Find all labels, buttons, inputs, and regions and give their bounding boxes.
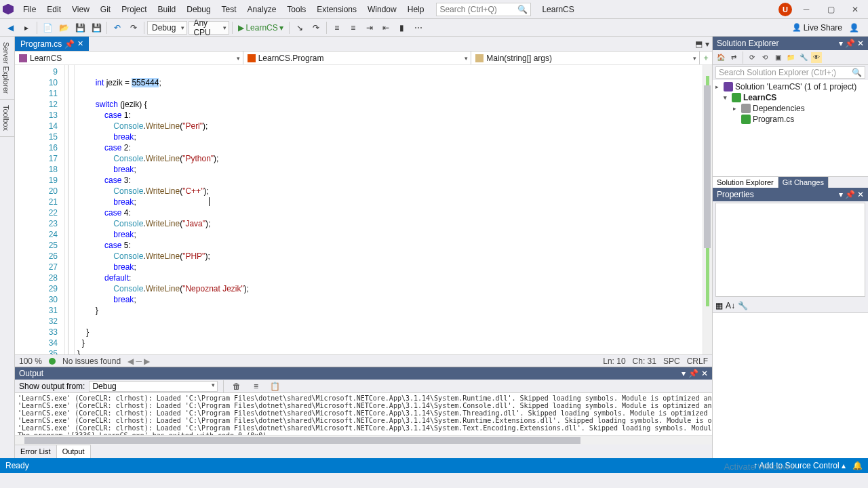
properties-header[interactable]: Properties ▾ 📌 ✕ bbox=[713, 188, 868, 201]
menu-analyze[interactable]: Analyze bbox=[242, 2, 282, 17]
menu-view[interactable]: View bbox=[66, 2, 95, 17]
solution-explorer-header[interactable]: Solution Explorer ▾ 📌 ✕ bbox=[713, 37, 868, 50]
step-over-button[interactable]: ↷ bbox=[309, 20, 323, 35]
nav-back-button[interactable]: ◀ bbox=[3, 20, 18, 35]
minimize-button[interactable]: ─ bbox=[796, 2, 816, 17]
menu-edit[interactable]: Edit bbox=[41, 2, 66, 17]
menu-test[interactable]: Test bbox=[216, 2, 242, 17]
issues-text[interactable]: No issues found bbox=[62, 357, 121, 366]
project-node[interactable]: ▾LearnCS bbox=[713, 92, 868, 103]
doc-dropdown-icon[interactable]: ▾ bbox=[705, 39, 709, 49]
menu-extensions[interactable]: Extensions bbox=[311, 2, 362, 17]
categorized-button[interactable]: ▦ bbox=[715, 301, 723, 310]
properties-grid[interactable] bbox=[713, 313, 868, 458]
redo-button[interactable]: ↷ bbox=[126, 20, 141, 35]
undo-button[interactable]: ↶ bbox=[110, 20, 125, 35]
se-pin-icon[interactable]: 📌 bbox=[845, 39, 855, 48]
vertical-scrollbar[interactable] bbox=[703, 65, 712, 354]
panel-autohide-icon[interactable]: ▾ bbox=[682, 369, 686, 378]
feedback-button[interactable]: 👤 bbox=[846, 20, 861, 35]
output-source-dropdown[interactable]: Debug bbox=[89, 381, 218, 392]
open-button[interactable]: 📂 bbox=[56, 20, 71, 35]
panel-pin-icon[interactable]: 📌 bbox=[688, 369, 698, 378]
col-indicator[interactable]: Ch: 31 bbox=[633, 357, 656, 366]
se-close-icon[interactable]: ✕ bbox=[857, 39, 864, 48]
panel-close-icon[interactable]: ✕ bbox=[701, 369, 708, 378]
collapse-all-button[interactable]: ▣ bbox=[772, 52, 783, 63]
maximize-button[interactable]: ▢ bbox=[821, 2, 841, 17]
se-autohide-icon[interactable]: ▾ bbox=[839, 39, 843, 48]
toggle-wrap-button[interactable]: ≡ bbox=[248, 379, 263, 394]
menu-debug[interactable]: Debug bbox=[181, 2, 216, 17]
toolbox-tab[interactable]: Toolbox bbox=[0, 100, 14, 137]
props-close-icon[interactable]: ✕ bbox=[857, 190, 864, 199]
alphabetical-button[interactable]: A↓ bbox=[726, 301, 735, 310]
output-tab[interactable]: Output bbox=[57, 445, 91, 458]
props-pages-button[interactable]: 🔧 bbox=[738, 301, 748, 310]
save-all-button[interactable]: 💾 bbox=[89, 20, 104, 35]
home-button[interactable]: 🏠 bbox=[715, 52, 726, 63]
code-editor[interactable]: 9101112131415161718192021222324252627282… bbox=[15, 65, 712, 354]
format-button[interactable]: ⋯ bbox=[411, 20, 426, 35]
close-tab-icon[interactable]: ✕ bbox=[77, 39, 83, 48]
clear-output-button[interactable]: 🗑 bbox=[229, 379, 244, 394]
indent-button[interactable]: ⇥ bbox=[362, 20, 377, 35]
outdent-button[interactable]: ⇤ bbox=[378, 20, 393, 35]
menu-tools[interactable]: Tools bbox=[281, 2, 311, 17]
output-header[interactable]: Output ▾ 📌 ✕ bbox=[15, 367, 712, 380]
output-hscroll[interactable] bbox=[15, 435, 712, 445]
live-share-button[interactable]: 👤 Live Share bbox=[792, 23, 842, 33]
class-dropdown[interactable]: LearnCS.Program bbox=[243, 52, 472, 64]
server-explorer-tab[interactable]: Server Explorer bbox=[0, 37, 14, 100]
notifications-icon[interactable]: 🔔 bbox=[852, 461, 863, 470]
add-source-control[interactable]: ↑ Add to Source Control ▴ bbox=[753, 461, 846, 470]
properties-button[interactable]: 🔧 bbox=[798, 52, 809, 63]
zoom-level[interactable]: 100 % bbox=[19, 357, 42, 366]
code-text[interactable]: int jezik = 555444; switch (jezik) { cas… bbox=[75, 65, 712, 354]
goto-button[interactable]: 📋 bbox=[267, 379, 282, 394]
solution-node[interactable]: ▸Solution 'LearnCS' (1 of 1 project) bbox=[713, 81, 868, 92]
member-dropdown[interactable]: Main(string[] args) bbox=[471, 52, 700, 64]
comment-button[interactable]: ≡ bbox=[330, 20, 344, 35]
new-project-button[interactable]: 📄 bbox=[40, 20, 55, 35]
step-into-button[interactable]: ↘ bbox=[292, 20, 307, 35]
indent-mode[interactable]: SPC bbox=[663, 357, 680, 366]
menu-git[interactable]: Git bbox=[95, 2, 116, 17]
active-doc-tab[interactable]: Program.cs 📌 ✕ bbox=[15, 37, 89, 51]
preview-split-icon[interactable]: ⬒ bbox=[695, 39, 703, 49]
config-dropdown[interactable]: Debug bbox=[147, 21, 187, 35]
bookmark-button[interactable]: ▮ bbox=[395, 20, 410, 35]
show-all-button[interactable]: 📁 bbox=[785, 52, 796, 63]
project-dropdown[interactable]: LearnCS bbox=[15, 52, 243, 64]
properties-object-dropdown[interactable] bbox=[715, 203, 865, 298]
nav-fwd-button[interactable]: ▸ bbox=[19, 20, 34, 35]
menu-window[interactable]: Window bbox=[362, 2, 402, 17]
file-node[interactable]: Program.cs bbox=[713, 114, 868, 125]
eol-mode[interactable]: CRLF bbox=[687, 357, 708, 366]
se-tab-solution[interactable]: Solution Explorer bbox=[713, 177, 778, 188]
line-indicator[interactable]: Ln: 10 bbox=[603, 357, 625, 366]
add-button[interactable]: ＋ bbox=[700, 52, 712, 64]
menu-help[interactable]: Help bbox=[402, 2, 430, 17]
user-badge[interactable]: U bbox=[778, 3, 792, 16]
dependencies-node[interactable]: ▸Dependencies bbox=[713, 103, 868, 114]
close-button[interactable]: ✕ bbox=[845, 2, 865, 17]
error-list-tab[interactable]: Error List bbox=[15, 445, 57, 458]
props-pin-icon[interactable]: 📌 bbox=[845, 190, 855, 199]
solution-search-input[interactable]: Search Solution Explorer (Ctrl+;) 🔍 bbox=[715, 66, 865, 79]
menu-file[interactable]: File bbox=[18, 2, 41, 17]
pin-icon[interactable]: 📌 bbox=[64, 39, 75, 49]
solution-tree[interactable]: ▸Solution 'LearnCS' (1 of 1 project) ▾Le… bbox=[713, 80, 868, 176]
scroll-thumb[interactable] bbox=[704, 85, 711, 248]
preview-button[interactable]: 👁 bbox=[811, 52, 822, 63]
outline-strip[interactable] bbox=[65, 65, 75, 354]
switch-views-button[interactable]: ⇄ bbox=[728, 52, 739, 63]
se-tab-git[interactable]: Git Changes bbox=[778, 177, 829, 188]
uncomment-button[interactable]: ≡ bbox=[346, 20, 361, 35]
output-text[interactable]: 'LearnCS.exe' (CoreCLR: clrhost): Loaded… bbox=[15, 393, 712, 435]
menu-project[interactable]: Project bbox=[116, 2, 152, 17]
run-button[interactable]: ▶ LearnCS ▾ bbox=[235, 23, 285, 33]
platform-dropdown[interactable]: Any CPU bbox=[189, 21, 229, 35]
sync-button[interactable]: ⟲ bbox=[760, 52, 770, 63]
menu-build[interactable]: Build bbox=[153, 2, 182, 17]
